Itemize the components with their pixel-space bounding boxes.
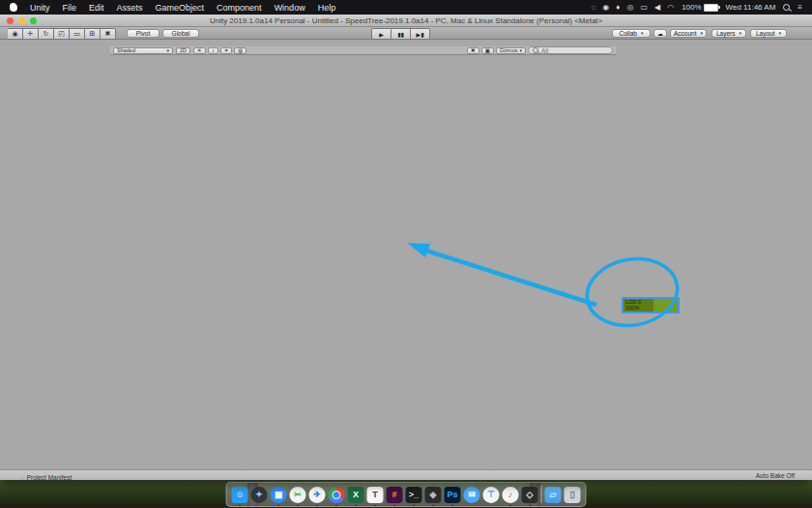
photoshop-icon[interactable]: Ps• (445, 487, 461, 503)
rotate-tool-icon[interactable]: ↻ (39, 28, 54, 40)
messages-icon[interactable]: ✉ (464, 487, 480, 503)
collab-dropdown[interactable]: Collab (612, 29, 651, 38)
step-button[interactable]: ▶▮ (411, 28, 430, 40)
menu-item[interactable]: File (63, 3, 77, 13)
airplay-icon[interactable]: ▭ (640, 3, 648, 12)
transform-tool-icon[interactable]: ⊞ (85, 28, 101, 40)
status-message[interactable]: ◌ Project Manifest (21, 474, 72, 481)
running-indicator: • (529, 503, 531, 507)
unity-toolbar: ◉✛↻◰▭⊞✖ Pivot Global ▶ ▮▮ ▶▮ Collab ☁ Ac… (0, 27, 812, 40)
lock-icon[interactable]: ◌ (592, 3, 596, 12)
lod-segment[interactable]: LOD 0 100% (623, 298, 679, 313)
2d-toggle[interactable]: 2D (176, 47, 190, 54)
scene-effects-toggle-icon[interactable]: ✦ (220, 47, 233, 54)
battery-icon (704, 4, 718, 12)
scene-visibility-toggle-icon[interactable]: ◍ (234, 47, 246, 54)
move-tool-icon[interactable]: ✛ (23, 28, 39, 40)
running-indicator: • (413, 503, 415, 507)
running-indicator: • (277, 503, 279, 507)
layout-label: Layout (756, 30, 775, 37)
running-indicator: • (297, 503, 299, 507)
menu-item[interactable]: Edit (89, 3, 104, 13)
play-controls: ▶ ▮▮ ▶▮ (371, 28, 430, 40)
custom-tool-icon[interactable]: ✖ (101, 28, 116, 40)
view-tool-icon[interactable]: ◉ (8, 28, 23, 40)
menu-item[interactable]: GameObject (156, 3, 205, 13)
cloud-button[interactable]: ☁ (653, 29, 667, 38)
trash-icon[interactable]: ▯ (565, 487, 581, 503)
utility-icon[interactable]: ◆• (425, 487, 442, 503)
play-button[interactable]: ▶ (371, 28, 392, 40)
menu-item[interactable]: Help (318, 3, 336, 13)
launchpad-icon[interactable]: ✦ (251, 487, 268, 503)
pause-button[interactable]: ▮▮ (392, 28, 411, 40)
dock-icon-glyph: ✈ (313, 490, 321, 499)
unity-statusbar: ◌ Project Manifest Auto Bake Off (0, 469, 812, 480)
pivot-toggle[interactable]: Pivot (127, 29, 160, 38)
dock-icon-glyph: ✦ (255, 490, 263, 499)
gizmos-dropdown[interactable]: Gizmos (496, 47, 526, 54)
scale-tool-icon[interactable]: ◰ (54, 28, 70, 40)
backup-icon[interactable]: ◎ (626, 3, 633, 12)
layers-dropdown[interactable]: Layers (711, 29, 746, 38)
scene-search-input[interactable]: All (528, 46, 613, 54)
dock-icon-glyph: ▱ (550, 490, 557, 499)
folder-icon[interactable]: ▱ (545, 487, 562, 503)
control-center-icon[interactable]: ≡ (798, 3, 802, 12)
global-toggle[interactable]: Global (162, 29, 199, 38)
running-indicator: • (432, 503, 434, 507)
screen-record-icon[interactable]: ◉ (602, 3, 609, 12)
scene-view-toolbar: Shaded 2D ☀♪✦◍ ✖▣ Gizmos All (110, 46, 616, 55)
apple-menu-icon[interactable] (10, 3, 17, 12)
account-dropdown[interactable]: Account (670, 29, 707, 38)
dropbox-icon[interactable]: ♦ (616, 3, 620, 12)
chrome-icon[interactable]: • (329, 487, 345, 503)
wifi-icon[interactable]: ◠ (667, 3, 674, 12)
running-indicator: • (355, 503, 357, 507)
macos-menubar: UnityFileEditAssetsGameObjectComponentWi… (0, 0, 812, 15)
layout-dropdown[interactable]: Layout (750, 29, 787, 38)
scene-toggles: ☀♪✦◍ (193, 47, 246, 54)
shading-mode-dropdown[interactable]: Shaded (113, 47, 173, 54)
pages-icon[interactable]: T• (367, 487, 384, 503)
keynote-icon[interactable]: ⊤ (483, 487, 500, 503)
dock-icon-glyph: ✉ (468, 490, 476, 499)
finder-icon[interactable]: ☺• (232, 487, 248, 503)
auto-bake-status[interactable]: Auto Bake Off (756, 472, 795, 479)
excel-icon[interactable]: X• (348, 487, 364, 503)
scene-audio-toggle-icon[interactable]: ♪ (208, 47, 218, 54)
terminal-icon[interactable]: >_• (406, 487, 422, 503)
scene-lighting-toggle-icon[interactable]: ☀ (193, 47, 206, 54)
window-title: Unity 2019.1.0a14 Personal - Untitled - … (0, 16, 812, 25)
dock-icon-glyph: T (372, 490, 378, 499)
dock-icon-glyph: ▯ (570, 490, 575, 499)
menu-item[interactable]: Unity (30, 3, 50, 13)
dock-icon-glyph: X (353, 490, 359, 499)
music-icon[interactable]: ♪• (503, 487, 519, 503)
unity-icon[interactable]: ◇• (522, 487, 538, 503)
safari-icon[interactable]: ✈• (309, 487, 326, 503)
zoom-icon[interactable]: ▣• (271, 487, 287, 503)
slack-icon[interactable]: #• (387, 487, 403, 503)
menu-item[interactable]: Assets (117, 3, 143, 13)
dock-separator[interactable] (541, 486, 542, 503)
running-indicator: • (335, 503, 337, 507)
running-indicator: • (393, 503, 395, 507)
cloud-icon: ☁ (657, 30, 663, 37)
shading-mode-label: Shaded (117, 47, 135, 53)
rect-tool-icon[interactable]: ▭ (70, 28, 85, 40)
menubar-clock[interactable]: Wed 11:46 AM (726, 3, 776, 12)
menu-item[interactable]: Window (275, 3, 305, 13)
spotlight-search-icon[interactable] (783, 4, 790, 11)
lod-segment-percent: 100% (625, 305, 679, 311)
menu-item[interactable]: Component (217, 3, 262, 13)
running-indicator: • (316, 503, 318, 507)
battery-indicator[interactable]: 100% (682, 3, 717, 12)
pixelmator-icon[interactable]: ✂• (290, 487, 306, 503)
pivot-label: Pivot (136, 30, 150, 37)
volume-icon[interactable]: ◀ (654, 3, 660, 12)
scene-right-icons: ✖▣ (467, 47, 494, 54)
tool-settings-icon[interactable]: ✖ (467, 47, 479, 54)
camera-settings-icon[interactable]: ▣ (481, 47, 494, 54)
2d-label: 2D (180, 47, 187, 53)
